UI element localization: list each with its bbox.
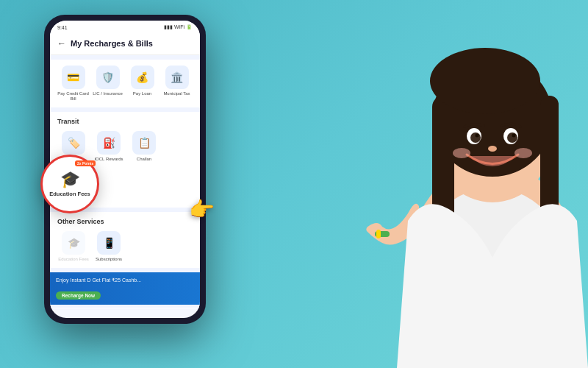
promo-text: Enjoy Instant D Get Flat ₹25 Cashb...	[56, 277, 194, 284]
pay-loan-label: Pay Loan	[133, 91, 151, 96]
svg-point-13	[512, 134, 516, 138]
pointing-finger: 👈	[190, 197, 215, 222]
challan-icon: 📋	[132, 131, 156, 155]
svg-point-16	[514, 148, 532, 158]
education-fees-item[interactable]: 🎓 Education Fees	[57, 231, 90, 262]
app-header: ← My Recharges & Bills	[50, 34, 200, 55]
points-badge: 2x Points	[75, 160, 96, 166]
challan-label: Challan	[137, 157, 151, 162]
pay-credit-card-icon: 💳	[62, 66, 85, 89]
transit-title: Transit	[57, 118, 193, 125]
payment-icons-row: 💳 Pay Credit Card Bill 🛡️ LIC / Insuranc…	[57, 66, 193, 102]
education-fees-label: Education Fees	[58, 257, 89, 262]
time-display: 9:41	[57, 25, 68, 30]
svg-point-12	[476, 134, 479, 138]
svg-point-7	[430, 48, 540, 114]
iocl-icon: ⛽	[97, 131, 121, 155]
svg-point-15	[453, 148, 470, 158]
cashback-section: 🎁 Cashback and Offers Explore all Rechar…	[50, 308, 200, 308]
municipal-tax-label: Municipal Tax	[163, 91, 190, 96]
pay-loan-icon: 💰	[131, 66, 154, 89]
pay-credit-card-item[interactable]: 💳 Pay Credit Card Bill	[57, 66, 89, 102]
lic-icon: 🛡️	[96, 66, 120, 89]
municipal-tax-icon: 🏛️	[165, 66, 189, 89]
screen-title: My Recharges & Bills	[71, 39, 153, 48]
iocl-item[interactable]: ⛽ IOCL Rewards	[93, 131, 125, 167]
education-popup-icon: 🎓	[60, 170, 80, 189]
education-fees-icon: 🎓	[62, 231, 85, 255]
lic-label: LIC / Insurance	[93, 91, 123, 96]
lic-insurance-item[interactable]: 🛡️ LIC / Insurance	[92, 66, 123, 102]
subscriptions-item[interactable]: 📱 Subscriptions	[93, 231, 125, 262]
challan-item[interactable]: 📋 Challan	[128, 131, 160, 167]
svg-point-11	[507, 132, 517, 143]
svg-point-14	[488, 146, 497, 152]
subscriptions-icon: 📱	[97, 231, 121, 255]
other-services-grid: 🎓 Education Fees 📱 Subscriptions	[57, 231, 193, 262]
other-services-title: Other Services	[57, 218, 193, 225]
municipal-tax-item[interactable]: 🏛️ Municipal Tax	[161, 66, 193, 102]
status-bar: 9:41 ▮▮▮ WiFi 🔋	[50, 21, 200, 34]
education-popup-label: Education Fees	[49, 191, 90, 198]
fastag-icon: 🏷️	[62, 131, 85, 155]
pay-loan-item[interactable]: 💰 Pay Loan	[126, 66, 158, 102]
back-button[interactable]: ←	[57, 38, 66, 49]
pay-credit-card-label: Pay Credit Card Bill	[57, 91, 89, 102]
signal-icons: ▮▮▮ WiFi 🔋	[164, 24, 193, 30]
svg-rect-18	[376, 230, 381, 238]
girl-illustration	[250, 0, 588, 368]
recharge-now-button[interactable]: Recharge Now	[56, 291, 101, 300]
promo-banner: Enjoy Instant D Get Flat ₹25 Cashb... Re…	[50, 272, 200, 305]
other-services-section: Other Services 🎓 Education Fees 📱 Subscr…	[50, 212, 200, 268]
payments-section: 💳 Pay Credit Card Bill 🛡️ LIC / Insuranc…	[50, 60, 200, 107]
svg-point-10	[470, 132, 481, 143]
iocl-label: IOCL Rewards	[94, 157, 123, 162]
subscriptions-label: Subscriptions	[96, 257, 122, 262]
